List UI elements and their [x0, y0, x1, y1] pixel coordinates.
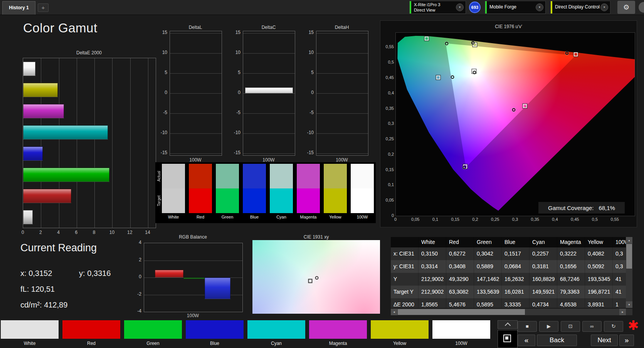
actual-row-label: Actual [156, 164, 161, 188]
swatch-comparison-panel: Actual Target WhiteRedGreenBlueCyanMagen… [155, 162, 376, 223]
gridline [316, 33, 368, 34]
table-row[interactable]: Target Y212,900263,3082133,563916,028114… [391, 286, 626, 298]
reading-cdm2-label: cd/m²: [20, 301, 42, 309]
edge-clipped-button[interactable] [639, 2, 644, 13]
stop-button[interactable]: ■ [518, 321, 537, 332]
table-cell: 149,5921 [530, 286, 557, 298]
axis-tick-label: 0,1 [382, 182, 394, 187]
table-vertical-scrollbar[interactable]: ▲ ▼ [626, 237, 632, 308]
pattern-button-green[interactable]: Green [124, 320, 182, 347]
gridline [316, 153, 368, 154]
axis-tick-label: 0 [156, 90, 167, 95]
table-cell: 0,6272 [446, 247, 474, 260]
scroll-up-button[interactable]: ▲ [626, 237, 632, 244]
table-cell: 160,8829 [530, 273, 557, 286]
expand-panel-button[interactable] [498, 320, 518, 329]
axis-tick-label: 0,2 [472, 217, 478, 222]
horizontal-scrollbar-thumb[interactable] [398, 309, 525, 315]
chevron-down-icon: ▼ [536, 3, 543, 11]
vertical-scrollbar-thumb[interactable] [626, 244, 632, 269]
pattern-button-magenta[interactable]: Magenta [309, 320, 367, 347]
target-swatch [270, 188, 293, 213]
column-header: Magenta [557, 237, 585, 247]
gridline [77, 58, 77, 228]
meter-dropdown[interactable]: X-Rite i1Pro 3 Direct View ▼ [409, 1, 466, 14]
column-header: Red [446, 237, 474, 247]
column-header: White [419, 237, 446, 247]
gamut-coverage-label: Gamut Coverage: [548, 205, 594, 211]
pattern-button-white[interactable]: White [1, 320, 59, 347]
pattern-window-button[interactable] [498, 330, 518, 348]
table-cell: 41 [613, 273, 626, 286]
meter-dropdown-label: X-Rite i1Pro 3 Direct View [414, 1, 440, 13]
table-row[interactable]: Y212,900249,3290147,146216,2632160,88296… [391, 273, 626, 286]
table-cell: 0,0684 [502, 260, 530, 273]
axis-tick-label: -2 [131, 291, 141, 297]
gridline [243, 33, 295, 34]
table-cell: 0,3 [613, 260, 626, 273]
axis-tick-label: 5 [303, 70, 314, 75]
table-cell: 147,1462 [474, 273, 502, 286]
axis-tick-label: 5 [230, 70, 240, 75]
green-balance-bar [183, 277, 205, 279]
gridline [243, 93, 295, 94]
deltae-bar-yellow [23, 83, 58, 97]
pattern-button-blue[interactable]: Blue [186, 320, 244, 347]
capture-button[interactable]: ⊡ [561, 321, 580, 332]
next-button[interactable]: Next [591, 335, 618, 346]
source-dropdown[interactable]: Mobile Forge ▼ [485, 1, 546, 14]
delta-c-x-label: 100W [243, 157, 294, 163]
row-label: ΔE 2000 [391, 298, 419, 308]
refresh-button[interactable]: ↻ [604, 321, 623, 332]
table-cell: 0,5092 [585, 260, 613, 273]
back-button[interactable]: Back [537, 335, 577, 346]
pattern-button-red[interactable]: Red [62, 320, 120, 347]
display-control-dropdown[interactable]: Direct Display Control ▼ [550, 1, 610, 14]
pattern-swatch [309, 320, 367, 339]
source-status-accent [485, 1, 487, 13]
scroll-down-button[interactable]: ▼ [626, 301, 632, 308]
delta-c-plot [243, 31, 295, 156]
add-tab-button[interactable]: + [38, 3, 49, 12]
measured-point-marker [451, 76, 454, 79]
back-arrow-button[interactable]: « [518, 335, 535, 346]
target-swatch [216, 188, 239, 213]
axis-tick-label: -10 [303, 130, 314, 135]
table-horizontal-scrollbar[interactable]: ◄ ► [391, 309, 626, 315]
settings-button[interactable]: ⚙ [617, 1, 635, 14]
table-cell: 0,2257 [530, 247, 557, 260]
reading-y-value: 0,3316 [87, 269, 111, 277]
reading-y-label: y: [79, 269, 85, 277]
reading-cdm2-value: 412,89 [44, 301, 67, 309]
table-cell: 3,3335 [502, 298, 530, 308]
table-cell: 0,3150 [419, 247, 446, 260]
pattern-button-cyan[interactable]: Cyan [247, 320, 305, 347]
axis-tick-label: 0,05 [411, 217, 419, 222]
play-button[interactable]: ▶ [539, 321, 558, 332]
swatch-label: Magenta [295, 215, 322, 219]
axis-tick-label: 0 [382, 213, 394, 218]
pattern-label: White [1, 341, 59, 346]
measurement-count-badge[interactable]: 693 [468, 1, 482, 13]
pattern-label: Cyan [247, 341, 305, 346]
target-point-marker [573, 52, 578, 57]
table-row[interactable]: y: CIE310,33140,34080,58890,06840,31810,… [391, 260, 626, 273]
table-cell: 0,3 [613, 247, 626, 260]
pattern-button-100w[interactable]: 100W [432, 320, 490, 347]
scroll-left-button[interactable]: ◄ [391, 309, 397, 315]
tab-history-1[interactable]: History 1 [2, 1, 35, 15]
display-control-label: Direct Display Control [555, 1, 600, 13]
swatch-label: Yellow [322, 215, 349, 219]
table-row[interactable]: x: CIE310,31500,62720,30420,15170,22570,… [391, 247, 626, 260]
row-label: y: CIE31 [391, 260, 419, 273]
next-arrow-button[interactable]: » [619, 335, 634, 346]
axis-tick-label: -5 [156, 110, 167, 115]
scroll-right-button[interactable]: ► [619, 309, 626, 315]
gridline [316, 73, 368, 74]
delta-l-x-label: 100W [170, 157, 221, 163]
pattern-button-yellow[interactable]: Yellow [371, 320, 429, 347]
table-cell: 0,3181 [530, 260, 557, 273]
continuous-button[interactable]: ∞ [582, 321, 602, 332]
row-label: x: CIE31 [391, 247, 419, 260]
table-row[interactable]: ΔE 20001,85655,46760,58953,33350,47344,6… [391, 298, 626, 308]
